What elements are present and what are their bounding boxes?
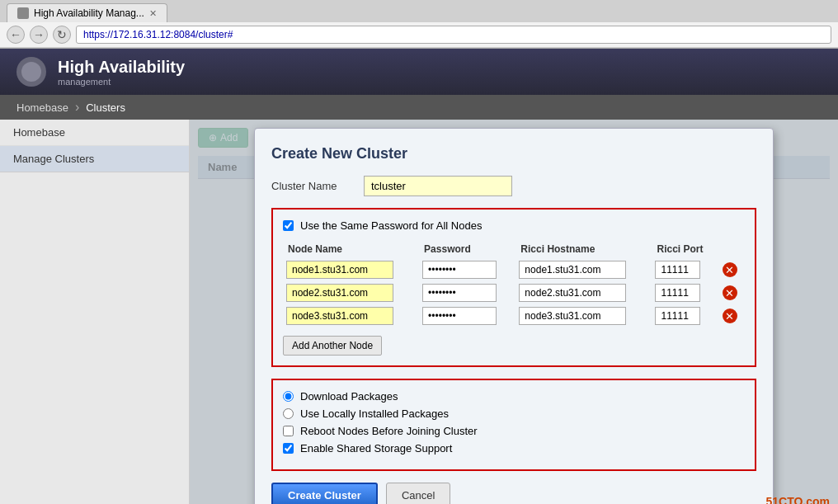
- sidebar-manage-clusters-label: Manage Clusters: [13, 153, 94, 165]
- modal-overlay: Create New Cluster Cluster Name Use the …: [190, 120, 838, 504]
- ricci-hostname-input-1[interactable]: [519, 284, 626, 302]
- col-ricci-port: Ricci Port: [652, 240, 718, 258]
- remove-node-button-0[interactable]: ✕: [723, 262, 737, 277]
- browser-tab[interactable]: High Availability Manag... ✕: [7, 3, 167, 22]
- ricci-port-input-0[interactable]: [655, 261, 700, 279]
- col-node-name: Node Name: [283, 240, 419, 258]
- download-packages-label: Download Packages: [300, 390, 398, 403]
- enable-shared-checkbox[interactable]: [283, 443, 294, 454]
- password-input-1[interactable]: [422, 284, 497, 302]
- create-cluster-button[interactable]: Create Cluster: [271, 483, 378, 504]
- sidebar-item-homebase[interactable]: Homebase: [0, 120, 189, 146]
- forward-button[interactable]: →: [30, 26, 48, 44]
- ricci-hostname-input-0[interactable]: [519, 261, 626, 279]
- table-row: ✕: [283, 281, 745, 304]
- reboot-nodes-row: Reboot Nodes Before Joining Cluster: [283, 425, 745, 437]
- download-packages-radio[interactable]: [283, 391, 294, 402]
- app-logo: [16, 57, 46, 87]
- same-password-row: Use the Same Password for All Nodes: [283, 219, 745, 232]
- nodes-table: Node Name Password Ricci Hostname Ricci …: [283, 240, 745, 327]
- table-row: ✕: [283, 304, 745, 327]
- dialog-title: Create New Cluster: [271, 145, 756, 163]
- watermark-site: 51CTO.com: [765, 495, 830, 504]
- password-input-0[interactable]: [422, 261, 497, 279]
- tab-bar: High Availability Manag... ✕: [0, 0, 838, 22]
- col-password: Password: [419, 240, 516, 258]
- main-layout: Homebase Manage Clusters ⊕ Add ⊕ Create …: [0, 120, 838, 504]
- breadcrumb-clusters: Clusters: [86, 101, 125, 114]
- node-name-input-1[interactable]: [286, 284, 393, 302]
- node-name-input-0[interactable]: [286, 261, 393, 279]
- reboot-nodes-checkbox[interactable]: [283, 426, 294, 436]
- tab-close-icon[interactable]: ✕: [149, 8, 157, 19]
- breadcrumb-homebase[interactable]: Homebase: [16, 101, 68, 114]
- address-bar[interactable]: [76, 26, 831, 44]
- use-locally-radio[interactable]: [283, 408, 294, 419]
- sidebar: Homebase Manage Clusters: [0, 120, 190, 504]
- node-name-input-2[interactable]: [286, 307, 393, 325]
- add-another-node-button[interactable]: Add Another Node: [283, 336, 382, 356]
- cancel-button[interactable]: Cancel: [386, 483, 450, 504]
- cluster-name-input[interactable]: [364, 176, 512, 196]
- enable-shared-row: Enable Shared Storage Support: [283, 442, 745, 455]
- nav-bar: ← → ↻: [0, 22, 838, 48]
- enable-shared-label: Enable Shared Storage Support: [300, 442, 452, 455]
- ricci-hostname-input-2[interactable]: [519, 307, 626, 325]
- app-subtitle: management: [58, 77, 185, 87]
- remove-node-button-1[interactable]: ✕: [723, 285, 737, 300]
- app-header: High Availability management: [0, 49, 838, 95]
- download-packages-row: Download Packages: [283, 390, 745, 403]
- nodes-section: Use the Same Password for All Nodes Node…: [271, 208, 756, 367]
- back-button[interactable]: ←: [7, 26, 25, 44]
- tab-title: High Availability Manag...: [34, 7, 144, 19]
- reload-button[interactable]: ↻: [53, 26, 71, 44]
- ricci-port-input-1[interactable]: [655, 284, 700, 302]
- col-ricci-hostname: Ricci Hostname: [516, 240, 652, 258]
- sidebar-item-manage-clusters[interactable]: Manage Clusters: [0, 146, 189, 172]
- breadcrumb-separator: ›: [75, 100, 79, 115]
- sidebar-homebase-label: Homebase: [13, 126, 65, 139]
- app-title-block: High Availability management: [58, 58, 185, 87]
- reboot-nodes-label: Reboot Nodes Before Joining Cluster: [300, 425, 478, 437]
- table-row: ✕: [283, 258, 745, 281]
- use-locally-row: Use Locally Installed Packages: [283, 407, 745, 420]
- action-row: Create Cluster Cancel: [271, 483, 756, 504]
- remove-node-button-2[interactable]: ✕: [723, 309, 737, 323]
- content-area: ⊕ Add ⊕ Create Name Create New Cluster C…: [190, 120, 838, 504]
- breadcrumb: Homebase › Clusters: [0, 95, 838, 120]
- create-cluster-dialog: Create New Cluster Cluster Name Use the …: [254, 128, 774, 504]
- tab-favicon: [17, 7, 29, 19]
- app-title: High Availability: [58, 58, 185, 77]
- cluster-name-label: Cluster Name: [271, 180, 354, 192]
- app-logo-inner: [21, 62, 41, 82]
- watermark: 51CTO.com 技术博客 Blog: [765, 495, 830, 504]
- use-locally-label: Use Locally Installed Packages: [300, 407, 449, 420]
- ricci-port-input-2[interactable]: [655, 307, 700, 325]
- password-input-2[interactable]: [422, 307, 497, 325]
- same-password-label: Use the Same Password for All Nodes: [300, 219, 482, 232]
- options-section: Download Packages Use Locally Installed …: [271, 379, 756, 471]
- browser-chrome: High Availability Manag... ✕ ← → ↻: [0, 0, 838, 49]
- same-password-checkbox[interactable]: [283, 220, 294, 231]
- cluster-name-row: Cluster Name: [271, 176, 756, 196]
